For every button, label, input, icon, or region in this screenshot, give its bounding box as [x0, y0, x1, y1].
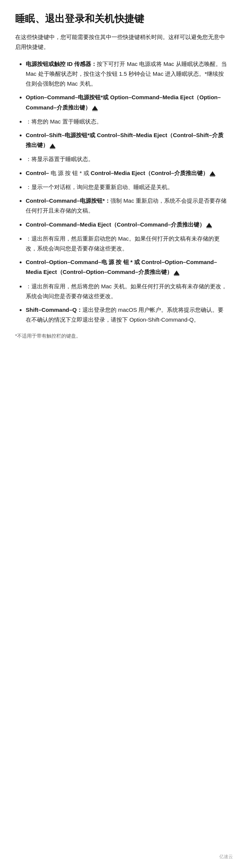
bold-text: Shift–Command–Q： [26, 307, 82, 313]
svg-rect-7 [206, 228, 212, 228]
svg-rect-9 [174, 275, 179, 276]
svg-rect-5 [210, 176, 215, 177]
eject-icon [92, 103, 98, 113]
list-item: Control–Option–Command–电 源 按 钮 * 或 Contr… [26, 257, 227, 277]
bold-text: Option–Command– [26, 94, 78, 100]
bold-text: 电源按钮或触控 ID 传感器： [26, 61, 97, 67]
eject-icon [49, 141, 56, 150]
eject-icon [209, 169, 216, 178]
list-item: ：退出所有应用，然后将您的 Mac 关机。如果任何打开的文稿有未存储的更改，系统… [26, 282, 227, 302]
list-item: 电源按钮或触控 ID 传感器：按下可打开 Mac 电源或将 Mac 从睡眠状态唤… [26, 59, 227, 89]
svg-marker-4 [209, 171, 216, 176]
footnote: *不适用于带有触控栏的键盘。 [15, 332, 227, 340]
list-item: Control–Command–Media Eject（Control–Comm… [26, 220, 227, 230]
list-item: Control–Shift–电源按钮*或 Control–Shift–Media… [26, 130, 227, 150]
list-item: Control– 电 源 按 钮 * 或 Control–Media Eject… [26, 168, 227, 178]
normal-text: ：将显示器置于睡眠状态。 [26, 156, 94, 162]
list-item: Control–Command–电源按钮*：强制 Mac 重新启动，系统不会提示… [26, 196, 227, 216]
list-item: ：退出所有应用，然后重新启动您的 Mac。如果任何打开的文稿有未存储的更改，系统… [26, 234, 227, 254]
bold-text: Control– [26, 170, 49, 176]
shortcut-list: 电源按钮或触控 ID 传感器：按下可打开 Mac 电源或将 Mac 从睡眠状态唤… [15, 59, 227, 325]
normal-text: ：退出所有应用，然后将您的 Mac 关机。如果任何打开的文稿有未存储的更改，系统… [26, 283, 227, 299]
list-item: Option–Command–电源按钮*或 Option–Command–Med… [26, 92, 227, 113]
bold-text: Control–Media Eject（Control–介质推出键） [91, 170, 208, 176]
bold-text: 电源按钮 [78, 94, 101, 100]
list-item: ：显示一个对话框，询问您是要重新启动、睡眠还是关机。 [26, 182, 227, 192]
list-item: ：将您的 Mac 置于睡眠状态。 [26, 117, 227, 127]
svg-marker-8 [174, 271, 180, 275]
bold-text: Control–Option–Command– [26, 259, 101, 265]
eject-icon [173, 267, 180, 277]
svg-rect-1 [92, 111, 98, 111]
normal-text: ：显示一个对话框，询问您是要重新启动、睡眠还是关机。 [26, 184, 173, 190]
list-item: Shift–Command–Q：退出登录您的 macOS 用户帐户。系统将提示您… [26, 305, 227, 325]
svg-marker-2 [50, 144, 56, 148]
list-item: ：将显示器置于睡眠状态。 [26, 154, 227, 164]
normal-text: ：将您的 Mac 置于睡眠状态。 [26, 118, 102, 125]
svg-marker-6 [206, 223, 212, 227]
svg-rect-3 [50, 149, 55, 149]
normal-text: 电 源 按 钮 * 或 [49, 170, 91, 176]
page-title: 睡眠、退出登录和关机快捷键 [15, 12, 227, 25]
bold-text: Control–Command–电源按钮*： [26, 197, 110, 204]
eject-icon [206, 220, 213, 230]
intro-text: 在这些快捷键中，您可能需要按住其中一些快捷键稍长时间。这样可以避免您无意中启用快… [15, 32, 227, 52]
bold-text: Control–Command–Media Eject（Control–Comm… [26, 221, 205, 228]
svg-marker-0 [92, 106, 98, 110]
normal-text: ：退出所有应用，然后重新启动您的 Mac。如果任何打开的文稿有未存储的更改，系统… [26, 235, 220, 252]
